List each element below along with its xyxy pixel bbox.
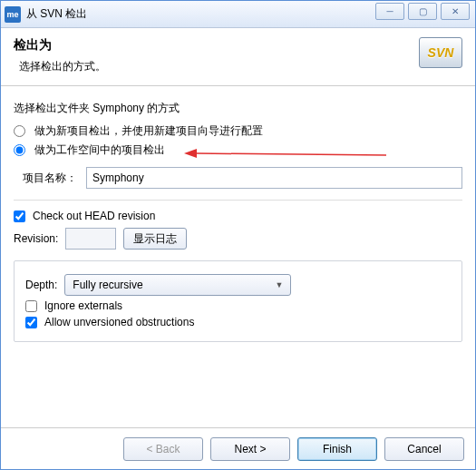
back-button[interactable]: < Back: [123, 437, 203, 461]
prompt-text: 选择检出文件夹 Symphony 的方式: [14, 101, 462, 116]
allow-unversioned-row[interactable]: Allow unversioned obstructions: [25, 316, 451, 328]
app-icon: me: [5, 6, 21, 23]
head-revision-checkbox-row[interactable]: Check out HEAD revision: [14, 210, 462, 222]
chevron-down-icon: ▼: [275, 280, 283, 289]
project-name-input[interactable]: [86, 167, 462, 189]
depth-group: Depth: Fully recursive ▼ Ignore external…: [14, 260, 462, 342]
ignore-externals-label: Ignore externals: [44, 299, 122, 312]
depth-select-value: Fully recursive: [73, 279, 142, 291]
divider: [14, 200, 462, 201]
svg-line-0: [196, 153, 386, 155]
wizard-title: 检出为: [14, 37, 106, 54]
radio-workspace-project-label: 做为工作空间中的项目检出: [34, 142, 165, 158]
radio-workspace-project-input[interactable]: [14, 144, 25, 156]
allow-unversioned-checkbox[interactable]: [25, 317, 37, 328]
allow-unversioned-label: Allow unversioned obstructions: [44, 316, 194, 328]
button-bar: < Back Next > Finish Cancel: [1, 427, 475, 469]
titlebar: me 从 SVN 检出 ─ ▢ ✕: [1, 1, 475, 28]
head-revision-checkbox[interactable]: [14, 211, 25, 222]
ignore-externals-row[interactable]: Ignore externals: [25, 299, 451, 312]
maximize-button[interactable]: ▢: [408, 3, 437, 20]
head-revision-label: Check out HEAD revision: [33, 210, 155, 222]
minimize-button[interactable]: ─: [375, 3, 404, 20]
radio-new-project-input[interactable]: [14, 125, 25, 137]
close-button[interactable]: ✕: [441, 3, 470, 20]
show-log-button[interactable]: 显示日志: [123, 228, 187, 250]
project-name-row: 项目名称：: [23, 167, 462, 189]
cancel-button[interactable]: Cancel: [384, 437, 464, 461]
depth-label: Depth:: [25, 279, 57, 291]
project-name-label: 项目名称：: [23, 171, 77, 186]
wizard-header: 检出为 选择检出的方式。 SVN: [1, 28, 475, 86]
depth-select[interactable]: Fully recursive ▼: [64, 274, 291, 296]
wizard-subtitle: 选择检出的方式。: [19, 59, 106, 74]
revision-row: Revision: 显示日志: [14, 228, 462, 250]
window-title: 从 SVN 检出: [26, 6, 87, 22]
wizard-body: 选择检出文件夹 Symphony 的方式 做为新项目检出，并使用新建项目向导进行…: [1, 86, 475, 351]
radio-new-project[interactable]: 做为新项目检出，并使用新建项目向导进行配置: [14, 123, 462, 139]
svn-logo-icon: SVN: [419, 37, 462, 68]
dialog-window: me 从 SVN 检出 ─ ▢ ✕ 检出为 选择检出的方式。 SVN 选择检出文…: [0, 0, 476, 470]
svg-marker-1: [184, 149, 197, 158]
ignore-externals-checkbox[interactable]: [25, 300, 37, 312]
annotation-arrow-icon: [182, 147, 391, 162]
next-button[interactable]: Next >: [210, 437, 290, 461]
radio-new-project-label: 做为新项目检出，并使用新建项目向导进行配置: [34, 123, 263, 139]
finish-button[interactable]: Finish: [297, 437, 377, 461]
revision-input[interactable]: [65, 228, 116, 250]
revision-label: Revision:: [14, 232, 58, 245]
window-controls: ─ ▢ ✕: [375, 3, 470, 20]
